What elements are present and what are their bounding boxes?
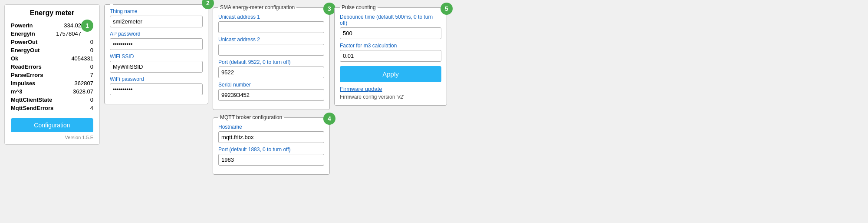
- panel4-legend: MQTT broker configuration: [218, 114, 284, 120]
- input-unicast-1[interactable]: [218, 21, 324, 33]
- stat-row: PowerOut 0: [11, 38, 93, 46]
- input-mqtt-hostname[interactable]: [218, 131, 324, 143]
- firmware-update-link[interactable]: Firmware update: [340, 86, 382, 92]
- sma-config-panel: SMA energy-meter configuration 3 Unicast…: [213, 4, 330, 110]
- stat-label: m^3: [11, 88, 22, 95]
- label-mqtt-port: Port (default 1883, 0 to turn off): [218, 146, 324, 153]
- input-wifi-ssid[interactable]: [110, 61, 203, 73]
- stat-row: Ok 4054331: [11, 54, 93, 63]
- stat-row: EnergyOut 0: [11, 46, 93, 54]
- label-unicast-1: Unicast address 1: [218, 14, 324, 20]
- panel5-fields: Debounce time (default 500ms, 0 to turn …: [340, 14, 441, 62]
- mqtt-config-panel: MQTT broker configuration 4 HostnamePort…: [213, 114, 330, 175]
- badge-5: 5: [441, 3, 453, 15]
- stat-label: EnergyOut: [11, 47, 39, 53]
- label-port-sma: Port (default 9522, 0 to turn off): [218, 59, 324, 65]
- stat-label: Impulses: [11, 80, 35, 87]
- field-group-serial-number: Serial number: [218, 82, 324, 101]
- wifi-config-panel: 2 Thing nameAP passwordWiFi SSIDWiFi pas…: [104, 4, 208, 104]
- stat-value: 334.02: [64, 22, 81, 29]
- stat-value: 0: [90, 47, 93, 53]
- input-thing-name[interactable]: [110, 16, 203, 27]
- label-wifi-password: WiFi password: [110, 76, 203, 82]
- firmware-version-text: Firmware config version 'v2': [340, 94, 441, 100]
- stat-row: MqttClientState 0: [11, 96, 93, 104]
- label-thing-name: Thing name: [110, 8, 203, 14]
- field-group-debounce-time: Debounce time (default 500ms, 0 to turn …: [340, 14, 441, 39]
- field-group-thing-name: Thing name: [110, 8, 203, 27]
- stat-row: Impulses 362807: [11, 79, 93, 87]
- input-mqtt-port[interactable]: [218, 154, 324, 166]
- field-group-mqtt-port: Port (default 1883, 0 to turn off): [218, 146, 324, 166]
- badge-1: 1: [81, 20, 93, 32]
- panel4-fields: HostnamePort (default 1883, 0 to turn of…: [218, 124, 324, 166]
- stat-value: 3628.07: [73, 88, 93, 95]
- field-group-unicast-1: Unicast address 1: [218, 14, 324, 33]
- stat-value: 4054331: [71, 55, 93, 62]
- label-wifi-ssid: WiFi SSID: [110, 53, 203, 60]
- energy-meter-panel: Energy meter 1 PowerIn 334.02 EnergyIn 1…: [4, 4, 100, 145]
- stat-value: 4: [90, 105, 93, 111]
- badge-4: 4: [323, 113, 335, 125]
- panel5-legend: Pulse counting: [340, 4, 378, 10]
- input-serial-number[interactable]: [218, 89, 324, 101]
- panel2-fields: Thing nameAP passwordWiFi SSIDWiFi passw…: [110, 8, 203, 95]
- stat-row: EnergyIn 17578047: [11, 30, 81, 38]
- stat-row: MqttSendErrors 4: [11, 104, 93, 112]
- stats-list: PowerIn 334.02 EnergyIn 17578047 PowerOu…: [11, 21, 93, 112]
- stat-row: m^3 3628.07: [11, 87, 93, 96]
- field-group-mqtt-hostname: Hostname: [218, 124, 324, 143]
- label-debounce-time: Debounce time (default 500ms, 0 to turn …: [340, 14, 441, 26]
- stat-value: 0: [90, 63, 93, 70]
- middle-col: SMA energy-meter configuration 3 Unicast…: [213, 4, 330, 175]
- field-group-ap-password: AP password: [110, 31, 203, 50]
- label-mqtt-hostname: Hostname: [218, 124, 324, 130]
- badge-3: 3: [323, 3, 335, 15]
- stat-value: 0: [90, 97, 93, 103]
- stat-label: MqttClientState: [11, 97, 52, 103]
- field-group-wifi-password: WiFi password: [110, 76, 203, 95]
- stat-value: 362807: [75, 80, 93, 87]
- label-unicast-2: Unicast address 2: [218, 37, 324, 43]
- stat-row: ParseErrors 7: [11, 71, 93, 79]
- stat-label: ReadErrors: [11, 63, 42, 70]
- pulse-counting-panel: Pulse counting 5 Debounce time (default …: [334, 4, 447, 106]
- stat-value: 0: [90, 39, 93, 45]
- label-serial-number: Serial number: [218, 82, 324, 88]
- label-m3-factor: Factor for m3 calculation: [340, 43, 441, 49]
- stat-value: 7: [90, 72, 93, 78]
- stat-row: PowerIn 334.02: [11, 21, 81, 30]
- input-wifi-password[interactable]: [110, 83, 203, 95]
- stat-label: MqttSendErrors: [11, 105, 53, 111]
- panel-title: Energy meter: [11, 9, 93, 17]
- stat-row: ReadErrors 0: [11, 63, 93, 71]
- badge-2: 2: [202, 0, 214, 9]
- input-port-sma[interactable]: [218, 67, 324, 78]
- stat-label: Ok: [11, 55, 18, 62]
- label-ap-password: AP password: [110, 31, 203, 37]
- apply-button[interactable]: Apply: [340, 66, 441, 82]
- config-area: 2 Thing nameAP passwordWiFi SSIDWiFi pas…: [104, 4, 864, 175]
- stat-label: EnergyIn: [11, 30, 35, 37]
- panel3-fields: Unicast address 1Unicast address 2Port (…: [218, 14, 324, 101]
- configuration-button[interactable]: Configuration: [11, 118, 93, 132]
- version-text: Version 1.5.E: [11, 135, 93, 140]
- stat-label: ParseErrors: [11, 72, 43, 78]
- field-group-wifi-ssid: WiFi SSID: [110, 53, 203, 73]
- input-ap-password[interactable]: [110, 38, 203, 50]
- input-unicast-2[interactable]: [218, 44, 324, 56]
- field-group-m3-factor: Factor for m3 calculation: [340, 43, 441, 62]
- input-m3-factor[interactable]: [340, 50, 441, 62]
- stat-label: PowerOut: [11, 39, 37, 45]
- field-group-port-sma: Port (default 9522, 0 to turn off): [218, 59, 324, 78]
- stat-label: PowerIn: [11, 22, 33, 29]
- stat-value: 17578047: [56, 30, 81, 37]
- panel3-legend: SMA energy-meter configuration: [218, 4, 296, 10]
- input-debounce-time[interactable]: [340, 27, 441, 39]
- field-group-unicast-2: Unicast address 2: [218, 37, 324, 56]
